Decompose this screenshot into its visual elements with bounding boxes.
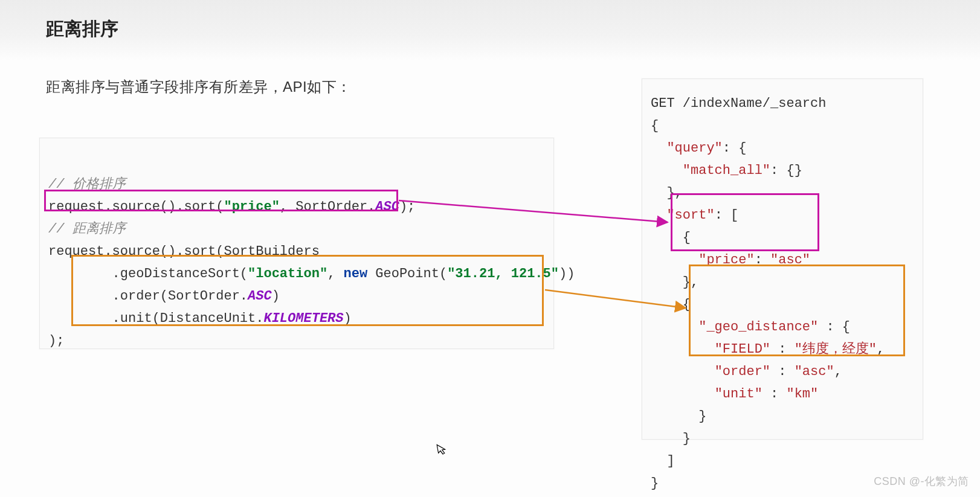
line-price-sort: request.source().sort("price", SortOrder… [48,199,415,214]
json-l7: { [651,230,691,245]
line-order: .order(SortOrder.ASC) [48,289,280,304]
line-unit: .unit(DistanceUnit.KILOMETERS) [48,311,352,326]
page-subtitle: 距离排序与普通字段排序有所差异，API如下： [46,77,352,97]
comment-distance: // 距离排序 [48,222,126,237]
json-code: GET /indexName/_search { "query": { "mat… [651,92,914,495]
json-l1: GET /indexName/_search [651,96,826,111]
java-code-pane: // 价格排序 request.source().sort("price", S… [39,138,554,349]
json-l9: }, [651,275,698,290]
line-close: ); [48,333,64,348]
watermark: CSDN @-化繁为简 [874,474,969,489]
json-code-pane: GET /indexName/_search { "query": { "mat… [642,79,923,440]
json-l12: "FIELD" : "纬度，经度", [651,342,885,357]
json-l2: { [651,118,659,133]
json-l3: "query": { [651,141,746,156]
json-l18: } [651,476,659,491]
java-code: // 价格排序 request.source().sort("price", S… [48,173,545,352]
json-l5: }, [651,185,683,200]
json-l16: } [651,431,691,446]
json-l8: "price": "asc" [651,252,810,268]
json-l11: "_geo_distance" : { [651,319,850,335]
json-l4: "match_all": {} [651,163,802,178]
line-sortbuilders: request.source().sort(SortBuilders [48,244,320,259]
json-l17: ] [651,454,675,469]
header-band [0,0,980,60]
json-l14: "unit" : "km" [651,386,818,402]
cursor-icon [436,443,448,459]
page-title: 距离排序 [46,17,118,42]
line-geodistancesort: .geoDistanceSort("location", new GeoPoin… [48,266,575,281]
json-l15: } [651,409,706,424]
json-l10: { [651,297,691,312]
json-l6: "sort": [ [651,208,738,223]
json-l13: "order" : "asc", [651,364,842,379]
comment-price: // 价格排序 [48,177,126,192]
